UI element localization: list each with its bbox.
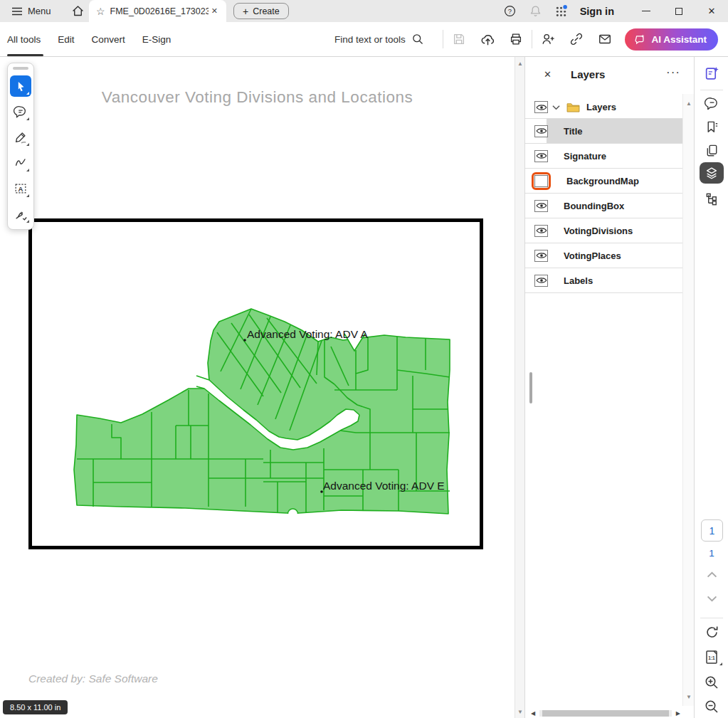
scroll-up-arrow[interactable]: ▲ (515, 58, 525, 68)
tool-tab-edit[interactable]: Edit (49, 22, 83, 56)
pages-icon (705, 143, 719, 158)
email-button[interactable] (591, 22, 619, 56)
envelope-icon (598, 32, 612, 46)
panel-horizontal-scrollbar[interactable]: ◀ ▶ (531, 709, 680, 717)
share-link-button[interactable] (562, 22, 591, 56)
tool-tab-e-sign[interactable]: E-Sign (134, 22, 180, 56)
select-tool-button[interactable] (10, 75, 31, 97)
minimize-button[interactable] (630, 0, 663, 22)
layer-row-labels[interactable]: Labels (525, 268, 682, 293)
panel-close-icon[interactable]: ✕ (544, 69, 552, 80)
tool-tab-all-tools[interactable]: All tools (7, 22, 49, 56)
eye-icon (536, 127, 547, 135)
scroll-down-arrow[interactable]: ▼ (515, 707, 525, 717)
star-icon[interactable]: ☆ (96, 6, 105, 17)
apps-button[interactable] (549, 0, 574, 22)
pages-panel-button[interactable] (695, 143, 728, 158)
layer-visibility-toggle[interactable] (534, 150, 548, 162)
eye-icon (536, 152, 547, 160)
layer-visibility-toggle[interactable] (534, 101, 548, 113)
draw-tool-button[interactable] (10, 152, 31, 174)
document-canvas[interactable]: Vancouver Voting Divisions and Locations (0, 57, 515, 718)
map-label-adv-e: Advanced Voting: ADV E (323, 480, 445, 492)
layer-row-votingplaces[interactable]: VotingPlaces (525, 243, 682, 268)
tab-close-icon[interactable]: ✕ (209, 5, 221, 17)
layer-label: Signature (564, 151, 606, 162)
create-label: Create (253, 6, 280, 16)
bookmarks-panel-button[interactable] (695, 120, 728, 134)
layer-visibility-toggle[interactable] (534, 275, 548, 287)
hscroll-track[interactable] (539, 710, 672, 717)
comment-tool-button[interactable] (10, 101, 31, 122)
rotate-page-button[interactable] (695, 625, 728, 640)
folder-icon (566, 102, 580, 112)
toolbar-drag-handle[interactable] (13, 67, 28, 70)
layer-label: Labels (564, 275, 593, 286)
zoom-out-button[interactable] (695, 699, 728, 714)
hscroll-thumb[interactable] (542, 710, 669, 717)
layer-row-boundingbox[interactable]: BoundingBox (525, 194, 682, 218)
panel-scroll-up-arrow[interactable]: ▲ (684, 98, 694, 108)
tool-tab-convert[interactable]: Convert (83, 22, 134, 56)
save-icon (452, 32, 466, 46)
layer-visibility-toggle[interactable] (534, 200, 548, 212)
sign-in-button[interactable]: Sign in (574, 6, 630, 17)
layer-visibility-toggle[interactable] (534, 175, 548, 187)
sign-tool-button[interactable] (10, 204, 31, 225)
layer-visibility-toggle[interactable] (534, 125, 548, 137)
add-user-button[interactable] (534, 22, 562, 56)
layer-row-votingdivisions[interactable]: VotingDivisions (525, 218, 682, 243)
layers-panel-button[interactable] (700, 162, 724, 184)
comments-panel-button[interactable] (695, 96, 728, 111)
svg-text:1:1: 1:1 (708, 655, 715, 660)
maximize-button[interactable] (663, 0, 695, 22)
zoom-in-button[interactable] (695, 675, 728, 690)
help-button[interactable]: ? (497, 0, 523, 22)
layer-root-label: Layers (586, 102, 616, 112)
layer-visibility-toggle[interactable] (534, 250, 548, 262)
panel-title: Layers (571, 68, 605, 80)
find-field[interactable]: Find text or tools (334, 22, 424, 56)
bookmark-icon (705, 120, 719, 134)
chevron-down-icon[interactable] (552, 105, 560, 110)
layer-root-row[interactable]: Layers (525, 96, 682, 119)
text-select-tool-button[interactable]: A (10, 178, 31, 199)
layer-visibility-toggle[interactable] (534, 225, 548, 237)
printer-icon (509, 32, 523, 46)
save-button[interactable] (445, 22, 473, 56)
toolbar-separator (532, 30, 532, 48)
layer-row-backgroundmap[interactable]: BackgroundMap (525, 169, 682, 194)
notifications-button[interactable] (523, 0, 549, 22)
structure-panel-button[interactable] (695, 192, 728, 207)
page-number-input[interactable]: 1 (701, 519, 723, 542)
hscroll-left-arrow[interactable]: ◀ (531, 710, 539, 717)
panel-scrollbar-thumb[interactable] (529, 372, 532, 403)
ai-chat-icon (633, 33, 645, 46)
layer-row-title[interactable]: Title (525, 119, 682, 144)
document-tab[interactable]: ☆ FME_0D02616E_173023... ✕ (89, 0, 226, 22)
current-page-value: 1 (709, 525, 715, 537)
eye-icon (536, 103, 547, 112)
highlight-tool-button[interactable] (10, 127, 31, 148)
acrobat-window: Menu ☆ FME_0D02616E_173023... ✕ + Create… (0, 0, 728, 718)
previous-page-button[interactable] (695, 571, 728, 579)
close-button[interactable]: ✕ (695, 0, 728, 22)
total-pages-label: 1 (695, 548, 728, 559)
hscroll-right-arrow[interactable]: ▶ (672, 710, 680, 717)
panel-options-icon[interactable]: ··· (666, 65, 680, 80)
print-button[interactable] (502, 22, 530, 56)
panel-scroll-down-arrow[interactable]: ▼ (684, 692, 694, 702)
layer-row-signature[interactable]: Signature (525, 144, 682, 169)
menu-button[interactable]: Menu (0, 0, 61, 22)
create-button[interactable]: + Create (233, 3, 289, 19)
next-page-button[interactable] (695, 594, 728, 603)
link-icon (569, 32, 584, 46)
upload-cloud-button[interactable] (473, 22, 502, 56)
panel-scrollbar[interactable]: ▲ ▼ (682, 94, 694, 706)
map-label-adv-a: Advanced Voting: ADV A (247, 328, 368, 340)
layer-label: BoundingBox (564, 201, 624, 211)
ai-assistant-panel-button[interactable] (695, 65, 728, 82)
document-scrollbar[interactable]: ▲ ▼ (515, 57, 524, 718)
page-fit-button[interactable]: 1:1 (695, 649, 728, 666)
ai-assistant-button[interactable]: AI Assistant (625, 28, 718, 51)
